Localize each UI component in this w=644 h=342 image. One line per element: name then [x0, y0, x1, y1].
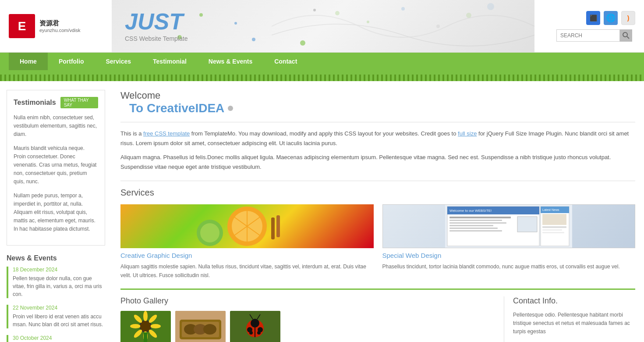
contact-info: Contact Info. Pellentesque odio. Pellent…: [504, 296, 635, 342]
welcome-bubble: [228, 106, 233, 111]
svg-text:Latest News: Latest News: [542, 208, 559, 211]
welcome-to-creative: To Creative: [129, 101, 195, 115]
service-card-1: Creative Graphic Design Aliquam sagittis…: [120, 204, 374, 279]
news-border-3: [7, 335, 8, 342]
svg-rect-34: [542, 232, 564, 233]
logo-url: eyunzhu.com/vdisk: [39, 28, 81, 33]
search-input[interactable]: [556, 29, 620, 42]
news-date-1: 18 December 2024: [13, 267, 105, 273]
welcome-line1: Welcome: [120, 90, 635, 101]
svg-point-4: [436, 25, 440, 28]
svg-rect-23: [449, 222, 506, 224]
news-events-sidebar: News & Events 18 December 2024 Pellen te…: [7, 254, 105, 342]
svg-point-14: [200, 223, 219, 242]
services-grid: Creative Graphic Design Aliquam sagittis…: [120, 204, 635, 279]
news-item-3: 30 October 2024 Duis pul vinar scele ris…: [7, 335, 105, 342]
logo-area: E 资源君 eyunzhu.com/vdisk: [0, 0, 112, 52]
svg-point-3: [487, 3, 494, 10]
news-sidebar-title: News & Events: [7, 254, 105, 262]
logo-box: E 资源君 eyunzhu.com/vdisk: [9, 14, 81, 38]
contact-info-title: Contact Info.: [513, 296, 635, 306]
logo-icon: E: [9, 14, 35, 38]
svg-rect-22: [449, 220, 502, 221]
nav-home[interactable]: Home: [9, 53, 48, 70]
svg-point-2: [466, 13, 471, 18]
svg-rect-21: [449, 217, 511, 218]
welcome-para2: Aliquam magna. Phasellus id felis.Donec …: [120, 153, 635, 172]
svg-text:Welcome to our WEBSITE!: Welcome to our WEBSITE!: [449, 209, 492, 213]
photo-gallery: Photo Gallery: [120, 296, 504, 342]
search-button[interactable]: [620, 29, 632, 42]
nav-portfolio[interactable]: Portfolio: [48, 53, 95, 70]
services-title: Services: [120, 188, 635, 198]
search-icon: [623, 32, 630, 39]
header-right: ⬛ 🌐 ): [534, 0, 644, 52]
welcome-divider: [120, 122, 635, 122]
news-border-2: [7, 305, 8, 328]
welcome-idea: IDEA: [195, 101, 224, 115]
nav-inner: Home Portfolio Services Testimonial News…: [0, 53, 644, 70]
photo-food[interactable]: [175, 311, 226, 342]
svg-rect-33: [542, 229, 562, 231]
nav-contact[interactable]: Contact: [263, 53, 308, 70]
nav-news-events[interactable]: News & Events: [198, 53, 263, 70]
svg-point-40: [150, 324, 161, 328]
svg-rect-16: [276, 215, 280, 237]
banner-subtitle: CSS Website Template: [125, 35, 188, 42]
service-image-2: Welcome to our WEBSITE! Latest News: [382, 204, 636, 248]
testimonial-1: Nulla enim nibh, consectetuer sed, vesti…: [14, 114, 98, 139]
contact-address: 111/222 Lorem ipsum dolor sit,consectetu…: [513, 340, 635, 342]
grass-decoration: [0, 70, 644, 81]
nav-services[interactable]: Services: [95, 53, 142, 70]
service-title-2[interactable]: Special Web Design: [382, 252, 636, 259]
decor-dot: [199, 13, 203, 17]
svg-point-45: [140, 321, 151, 331]
photo-bug[interactable]: [230, 311, 280, 342]
svg-point-39: [130, 324, 141, 328]
service-title-1[interactable]: Creative Graphic Design: [120, 252, 374, 259]
social-icons: ⬛ 🌐 ): [586, 11, 635, 25]
services-divider: [120, 181, 635, 181]
full-size-link[interactable]: full size: [458, 130, 477, 137]
photo-gallery-title: Photo Gallery: [120, 296, 495, 306]
globe-icon[interactable]: 🌐: [604, 11, 618, 25]
svg-point-0: [335, 11, 340, 15]
web-svg: Welcome to our WEBSITE! Latest News: [445, 204, 572, 248]
svg-rect-25: [449, 228, 498, 229]
news-content-2: 22 November 2024 Proin vel libero id era…: [13, 305, 105, 328]
logo-title: 资源君: [39, 19, 81, 28]
decor-dot: [252, 38, 255, 41]
search-area: [556, 29, 635, 42]
contact-text: Pellentesque odio. Pellentesque habitant…: [513, 311, 635, 336]
rss-icon[interactable]: ): [621, 11, 635, 25]
nav-testimonial[interactable]: Testimonial: [142, 53, 198, 70]
banner-area: JUST CSS Website Template: [112, 0, 534, 52]
testimonials-box: Testimonials WHAT THAY SAY Nulla enim ni…: [7, 90, 105, 246]
service-text-2: Phasellus tincidunt, tortor lacinia blan…: [382, 263, 636, 271]
svg-rect-24: [449, 225, 493, 226]
services-section: Services: [120, 188, 635, 279]
news-date-3: 30 October 2024: [13, 335, 105, 341]
logo-text: 资源君 eyunzhu.com/vdisk: [39, 19, 81, 33]
delicious-icon[interactable]: ⬛: [586, 11, 600, 25]
header: E 资源君 eyunzhu.com/vdisk JUST CSS Website…: [0, 0, 644, 53]
svg-rect-15: [271, 217, 275, 239]
news-border-1: [7, 267, 8, 298]
banner-wave: [272, 0, 534, 52]
svg-point-60: [257, 331, 261, 335]
svg-line-7: [627, 36, 629, 39]
svg-point-5: [367, 21, 369, 23]
news-item-1: 18 December 2024 Pellen tesque dolor nul…: [7, 267, 105, 298]
free-css-template-link[interactable]: free CSS template: [143, 130, 190, 137]
service-card-2: Welcome to our WEBSITE! Latest News: [382, 204, 636, 279]
bottom-section: Photo Gallery: [120, 289, 635, 342]
news-text-1: Pellen tesque dolor nulla, con gue vitae…: [13, 274, 105, 298]
service-text-1: Aliquam sagittis molestie sapien. Nulla …: [120, 263, 374, 279]
testimonial-3: Nullam pede purus, tempor a, imperdiet i…: [14, 192, 98, 234]
news-date-2: 22 November 2024: [13, 305, 105, 311]
svg-rect-46: [144, 332, 147, 342]
testimonial-2: Mauris blandit vehicula neque. Proin con…: [14, 144, 98, 186]
news-text-2: Proin vel libero id erat venen atis accu…: [13, 313, 105, 328]
service-image-1: [120, 204, 374, 248]
photo-sunflower[interactable]: [120, 311, 171, 342]
